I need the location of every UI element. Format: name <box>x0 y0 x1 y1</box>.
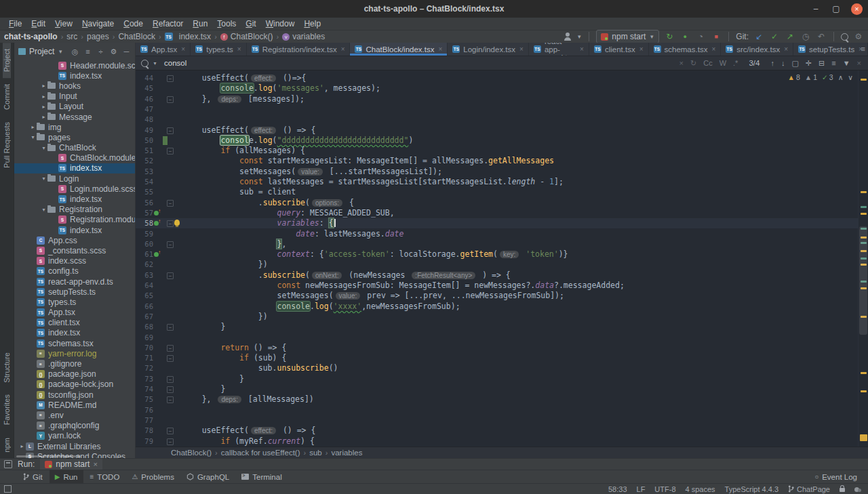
code-editor[interactable]: ▲8 ▲1 ✓3 ∧ ∨ 44– useEffect(effect: ()=>{… <box>136 70 868 447</box>
menu-item-help[interactable]: Help <box>299 19 326 28</box>
git-commit-button[interactable]: ✓ <box>769 31 780 42</box>
line-number[interactable]: 65 <box>136 291 153 301</box>
profiler-button[interactable]: ◔ <box>695 31 706 42</box>
previous-occurrence-icon[interactable]: ↑ <box>769 59 776 67</box>
warning-stripe-block[interactable] <box>860 434 867 441</box>
collapse-all-icon[interactable]: ÷ <box>96 46 105 57</box>
project-tree-item[interactable]: ≡yarn-error.log <box>14 348 135 358</box>
project-tree-item[interactable]: TSApp.tsx <box>14 308 135 318</box>
code-line[interactable]: 52 const startMessagesList: MessageItem[… <box>136 156 859 166</box>
tree-expand-icon[interactable]: ▾ <box>29 134 37 140</box>
toolwindow-switcher-icon[interactable] <box>4 485 12 493</box>
match-case-toggle[interactable]: Cc <box>702 59 713 67</box>
notifications-icon[interactable] <box>854 487 861 492</box>
code-line[interactable]: 58– variables: { <box>136 218 859 228</box>
gutter-run-marker-icon[interactable] <box>154 210 161 217</box>
line-number[interactable]: 60 <box>136 239 153 249</box>
status-item[interactable]: 4 spaces <box>686 485 715 493</box>
code-line[interactable]: 77 <box>136 415 859 426</box>
code-line[interactable]: 76 <box>136 405 859 415</box>
tree-expand-icon[interactable]: ▸ <box>18 443 26 449</box>
editor-tab[interactable]: TSRegistration/index.tsx× <box>247 43 351 56</box>
line-number[interactable]: 59 <box>136 229 153 239</box>
code-line[interactable]: 65 setMessages(value: prev => [...prev, … <box>136 291 859 301</box>
editor-tab[interactable]: TSreact-app-env.d.ts× <box>529 43 589 56</box>
fold-marker-icon[interactable]: – <box>167 396 174 403</box>
code-line[interactable]: 64 const newMessagesFromSub: MessageItem… <box>136 281 859 291</box>
gutter-run-marker-icon[interactable] <box>154 251 161 258</box>
project-tree-item[interactable]: CApp.css <box>14 235 135 245</box>
tree-expand-icon[interactable]: ▾ <box>40 145 47 151</box>
add-occurrence-icon[interactable]: ✛ <box>804 59 813 68</box>
status-item[interactable]: 58:33 <box>608 485 627 493</box>
line-number[interactable]: 55 <box>136 187 153 197</box>
project-tree-item[interactable]: ▾Login <box>14 173 135 184</box>
git-push-button[interactable]: ↗ <box>785 31 795 42</box>
close-run-tab-icon[interactable]: × <box>93 460 97 468</box>
code-line[interactable]: 55 sub = client <box>136 187 859 197</box>
open-in-find-window-icon[interactable]: ▢ <box>790 59 800 68</box>
code-line[interactable]: 46– }, deps: [messages]); <box>136 94 859 104</box>
line-number[interactable]: 79 <box>136 436 153 447</box>
toolwindow-button-terminal[interactable]: Terminal <box>236 470 287 483</box>
restore-toolwindow-icon[interactable] <box>4 460 12 468</box>
project-tree-item[interactable]: SHeader.module.scss <box>14 60 135 70</box>
project-tree-item[interactable]: ≡.env <box>14 410 135 420</box>
tree-expand-icon[interactable]: ▾ <box>40 176 47 182</box>
close-tab-icon[interactable]: × <box>711 45 715 53</box>
user-icon[interactable] <box>564 33 572 41</box>
fold-marker-icon[interactable]: – <box>167 355 174 362</box>
code-line[interactable]: 63– .subscribe(onNext: (newMessages :Fet… <box>136 270 859 281</box>
fold-marker-icon[interactable]: – <box>167 148 174 155</box>
breadcrumb-item[interactable]: chat-ts-apollo <box>4 32 58 41</box>
tree-expand-icon[interactable]: ▸ <box>40 94 47 100</box>
close-tab-icon[interactable]: × <box>519 45 524 53</box>
next-occurrence-icon[interactable]: ↓ <box>780 59 787 67</box>
project-tree-item[interactable]: TSreact-app-env.d.ts <box>14 276 135 287</box>
project-tree-item[interactable]: ▸Message <box>14 112 135 122</box>
breadcrumb-item[interactable]: ChatBlock() <box>171 449 212 457</box>
menu-item-view[interactable]: View <box>50 19 77 28</box>
code-line[interactable]: 73– } <box>136 374 859 384</box>
breadcrumb-item[interactable]: pages <box>87 32 109 41</box>
code-line[interactable]: 49– useEffect(effect: () => { <box>136 125 859 136</box>
project-tree-item[interactable]: ≡.gitignore <box>14 358 135 369</box>
code-line[interactable]: 78– useEffect(effect: () => { <box>136 426 859 436</box>
git-update-button[interactable]: ↙ <box>753 31 764 42</box>
fold-marker-icon[interactable]: – <box>167 376 174 383</box>
close-find-bar-icon[interactable]: × <box>856 59 863 67</box>
fold-marker-icon[interactable]: – <box>167 324 174 331</box>
fold-marker-icon[interactable]: – <box>167 345 174 352</box>
project-tree-item[interactable]: ▾ChatBlock <box>14 143 135 153</box>
line-number[interactable]: 75 <box>136 394 153 405</box>
toolwindow-button-problems[interactable]: ⚠Problems <box>126 470 180 483</box>
code-line[interactable]: 53 setMessages(value: [...startMessagesL… <box>136 167 859 177</box>
code-line[interactable]: 51– if (allMessages) { <box>136 146 859 156</box>
lock-icon[interactable] <box>840 488 845 492</box>
line-number[interactable]: 68 <box>136 322 153 332</box>
code-line[interactable]: 69 <box>136 333 859 343</box>
editor-tab[interactable]: TSclient.tsx× <box>589 43 649 56</box>
code-line[interactable]: 61 context: {'access-token': localStorag… <box>136 249 859 260</box>
tree-expand-icon[interactable]: ▸ <box>40 114 47 120</box>
menu-item-code[interactable]: Code <box>119 19 148 28</box>
line-number[interactable]: 66 <box>136 302 153 312</box>
clear-search-icon[interactable]: × <box>678 59 685 67</box>
line-number[interactable]: 57 <box>136 208 153 218</box>
project-tree-item[interactable]: TSindex.tsx <box>14 163 135 173</box>
project-tree-item[interactable]: TSindex.tsx <box>14 328 135 338</box>
stripe-button-favorites[interactable]: Favorites <box>3 388 11 431</box>
warning-stripe-mark[interactable] <box>861 390 867 392</box>
menu-item-refactor[interactable]: Refactor <box>148 19 188 28</box>
project-tree-item[interactable]: ▸Layout <box>14 102 135 112</box>
line-number[interactable]: 62 <box>136 260 153 270</box>
menu-item-run[interactable]: Run <box>188 19 212 28</box>
line-number[interactable]: 72 <box>136 363 153 373</box>
line-number[interactable]: 44 <box>136 73 153 83</box>
project-tree-item[interactable]: ▸Input <box>14 91 135 102</box>
line-number[interactable]: 53 <box>136 167 153 177</box>
git-branch-widget[interactable]: ChatPage <box>788 485 830 493</box>
toolwindow-button-todo[interactable]: ≡TODO <box>85 470 125 483</box>
fold-marker-icon[interactable]: – <box>167 272 174 279</box>
menu-item-file[interactable]: File <box>4 19 26 28</box>
